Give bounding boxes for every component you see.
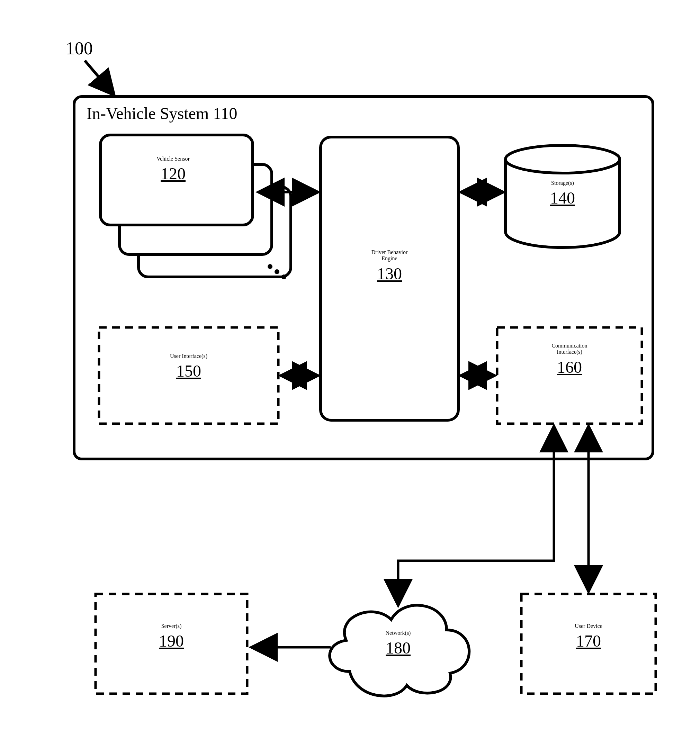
- connectors-layer: [0, 0, 700, 739]
- arrow-comm-network: [398, 426, 554, 606]
- diagram-canvas: 100 In-Vehicle System 110 Vehicle Sensor…: [0, 0, 700, 739]
